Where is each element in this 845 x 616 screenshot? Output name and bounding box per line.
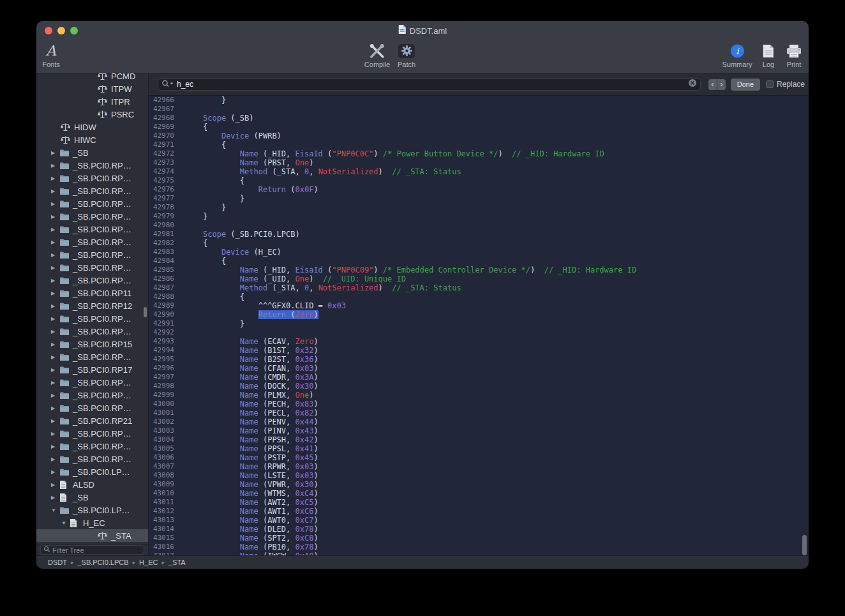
log-button[interactable]: Log xyxy=(763,42,774,68)
disclosure-collapsed-icon[interactable]: ▶ xyxy=(50,176,59,181)
code-line[interactable]: 43003 Name (PINV, 0x43) xyxy=(149,426,809,435)
tree-item-_SBPCI0LP[interactable]: ▼_SB.PCI0.LP… xyxy=(36,504,148,516)
code-line[interactable]: 43012 Name (AWT1, 0xC6) xyxy=(149,507,809,516)
disclosure-collapsed-icon[interactable]: ▶ xyxy=(50,380,59,386)
code-line[interactable]: 42998 Name (DOCK, 0x30) xyxy=(149,382,809,391)
disclosure-collapsed-icon[interactable]: ▶ xyxy=(50,252,59,258)
disclosure-collapsed-icon[interactable]: ▶ xyxy=(50,393,59,398)
code-line[interactable]: 43008 Name (LSTE, 0x03) xyxy=(149,471,809,480)
tree-item-_SBPCI0RP[interactable]: ▶_SB.PCI0.RP… xyxy=(36,159,148,172)
find-next-button[interactable]: › xyxy=(717,79,726,90)
disclosure-collapsed-icon[interactable]: ▶ xyxy=(50,354,59,360)
code-line[interactable]: 43011 Name (AWT2, 0xC5) xyxy=(149,498,809,507)
disclosure-collapsed-icon[interactable]: ▶ xyxy=(50,418,59,424)
tree-item-_SBPCI0RP[interactable]: ▶_SB.PCI0.RP… xyxy=(36,248,148,261)
tree-item-_SBPCI0RP17[interactable]: ▶_SB.PCI0.RP17 xyxy=(36,363,148,376)
code-line[interactable]: 43001 Name (PECL, 0x82) xyxy=(149,409,809,417)
disclosure-collapsed-icon[interactable]: ▶ xyxy=(50,456,59,462)
code-line[interactable]: 42976 Return (0x0F) xyxy=(149,185,809,194)
disclosure-collapsed-icon[interactable]: ▶ xyxy=(50,188,59,194)
disclosure-collapsed-icon[interactable]: ▶ xyxy=(50,405,59,411)
code-line[interactable]: 42980 xyxy=(149,221,809,230)
find-search-input[interactable]: h_ec xyxy=(158,79,701,91)
tree-item-_SBPCI0RP21[interactable]: ▶_SB.PCI0.RP21 xyxy=(36,414,148,427)
code-line[interactable]: 42992 xyxy=(149,328,809,337)
tree-item-_SBPCI0RP[interactable]: ▶_SB.PCI0.RP… xyxy=(36,389,148,402)
tree-item-_SBPCI0RP[interactable]: ▶_SB.PCI0.RP… xyxy=(36,197,148,210)
replace-checkbox[interactable] xyxy=(766,80,774,88)
clear-search-icon[interactable] xyxy=(688,79,697,90)
tree-item-_SBPCI0RP[interactable]: ▶_SB.PCI0.RP… xyxy=(36,223,148,236)
disclosure-collapsed-icon[interactable]: ▶ xyxy=(50,227,59,232)
code-line[interactable]: 42983 Device (H_EC) xyxy=(149,248,809,257)
code-line[interactable]: 42968Scope (_SB) xyxy=(149,114,809,123)
zoom-button[interactable] xyxy=(70,27,78,34)
disclosure-collapsed-icon[interactable]: ▶ xyxy=(50,482,59,488)
minimize-button[interactable] xyxy=(57,27,65,34)
code-line[interactable]: 42967 xyxy=(149,105,809,114)
tree-item-ITPW[interactable]: ITPW xyxy=(36,82,148,95)
code-line[interactable]: 43005 Name (PPSL, 0x41) xyxy=(149,444,809,453)
tree-item-_SBPCI0RP[interactable]: ▶_SB.PCI0.RP… xyxy=(36,210,148,223)
disclosure-collapsed-icon[interactable]: ▶ xyxy=(50,444,59,449)
breadcrumb-item[interactable]: _STA xyxy=(168,559,186,566)
tree-item-_SBPCI0RP[interactable]: ▶_SB.PCI0.RP… xyxy=(36,350,148,363)
disclosure-collapsed-icon[interactable]: ▶ xyxy=(50,201,59,207)
tree-item-_SBPCI0RP[interactable]: ▶_SB.PCI0.RP… xyxy=(36,261,148,274)
editor-scrollbar-thumb[interactable] xyxy=(802,535,807,555)
tree-item-PCMD[interactable]: PCMD xyxy=(36,73,148,82)
code-editor[interactable]: 42966 }4296742968Scope (_SB)42969{42970 … xyxy=(149,96,809,555)
disclosure-collapsed-icon[interactable]: ▶ xyxy=(50,495,59,500)
code-line[interactable]: 42993 Name (ECAV, Zero) xyxy=(149,337,809,346)
code-line[interactable]: 42981Scope (_SB.PCI0.LPCB) xyxy=(149,230,809,239)
code-line[interactable]: 42996 Name (CFAN, 0x03) xyxy=(149,364,809,373)
breadcrumb-item[interactable]: DSDT xyxy=(48,559,67,566)
disclosure-collapsed-icon[interactable]: ▶ xyxy=(50,265,59,271)
tree-item-ITPR[interactable]: ITPR xyxy=(36,95,148,108)
code-line[interactable]: 42972 Name (_HID, EisaId ("PNP0C0C") /* … xyxy=(149,149,809,158)
breadcrumb-item[interactable]: _SB.PCI0.LPCB xyxy=(77,559,128,566)
code-line[interactable]: 42978 } xyxy=(149,203,809,212)
print-button[interactable]: Print xyxy=(786,42,802,68)
disclosure-collapsed-icon[interactable]: ▶ xyxy=(50,342,59,347)
compile-button[interactable]: Compile xyxy=(364,42,390,68)
disclosure-collapsed-icon[interactable]: ▶ xyxy=(50,239,59,245)
code-line[interactable]: 43000 Name (PECH, 0x83) xyxy=(149,400,809,409)
disclosure-collapsed-icon[interactable]: ▶ xyxy=(50,469,59,475)
code-line[interactable]: 42975 { xyxy=(149,176,809,185)
done-button[interactable]: Done xyxy=(731,79,760,91)
patch-button[interactable]: Patch xyxy=(398,42,415,68)
tree-item-H_EC[interactable]: ▼H_EC xyxy=(36,516,148,529)
tree-item-_SBPCI0RP[interactable]: ▶_SB.PCI0.RP… xyxy=(36,312,148,325)
code-line[interactable]: 42969{ xyxy=(149,123,809,131)
code-line[interactable]: 43009 Name (VPWR, 0x30) xyxy=(149,480,809,489)
tree-item-_SBPCI0RP[interactable]: ▶_SB.PCI0.RP… xyxy=(36,274,148,287)
code-line[interactable]: 43010 Name (WTMS, 0xC4) xyxy=(149,489,809,498)
code-line[interactable]: 42989 ^^^GFX0.CLID = 0x03 xyxy=(149,301,809,310)
disclosure-expanded-icon[interactable]: ▼ xyxy=(50,507,59,513)
tree-item-_SB[interactable]: ▶_SB xyxy=(36,146,148,159)
code-line[interactable]: 42974 Method (_STA, 0, NotSerialized) //… xyxy=(149,167,809,176)
fonts-button[interactable]: A Fonts xyxy=(42,42,60,68)
disclosure-collapsed-icon[interactable]: ▶ xyxy=(50,303,59,309)
disclosure-collapsed-icon[interactable]: ▶ xyxy=(50,163,59,169)
disclosure-expanded-icon[interactable]: ▼ xyxy=(61,520,70,526)
summary-button[interactable]: i Summary xyxy=(722,42,752,68)
tree-item-_SBPCI0RP[interactable]: ▶_SB.PCI0.RP… xyxy=(36,440,148,453)
code-line[interactable]: 43014 Name (DLED, 0x78) xyxy=(149,525,809,534)
tree-item-_SBPCI0RP[interactable]: ▶_SB.PCI0.RP… xyxy=(36,236,148,248)
tree-item-_SBPCI0RP[interactable]: ▶_SB.PCI0.RP… xyxy=(36,453,148,465)
tree-item-_SBPCI0RP[interactable]: ▶_SB.PCI0.RP… xyxy=(36,172,148,184)
code-line[interactable]: 42973 Name (PBST, One) xyxy=(149,158,809,167)
code-line[interactable]: 42997 Name (CMDR, 0x3A) xyxy=(149,373,809,382)
tree-item-_STA[interactable]: _STA xyxy=(36,529,148,542)
code-line[interactable]: 42982{ xyxy=(149,239,809,248)
tree-item-_SBPCI0RP[interactable]: ▶_SB.PCI0.RP… xyxy=(36,184,148,197)
disclosure-collapsed-icon[interactable]: ▶ xyxy=(50,367,59,373)
code-line[interactable]: 42985 Name (_HID, EisaId ("PNP0C09") /* … xyxy=(149,266,809,274)
code-line[interactable]: 43006 Name (PSTP, 0x45) xyxy=(149,453,809,462)
code-line[interactable]: 42986 Name (_UID, One) // _UID: Unique I… xyxy=(149,274,809,283)
code-line[interactable]: 43013 Name (AWT0, 0xC7) xyxy=(149,516,809,525)
code-line[interactable]: 42991 } xyxy=(149,319,809,328)
tree-item-ALSD[interactable]: ▶ALSD xyxy=(36,478,148,491)
